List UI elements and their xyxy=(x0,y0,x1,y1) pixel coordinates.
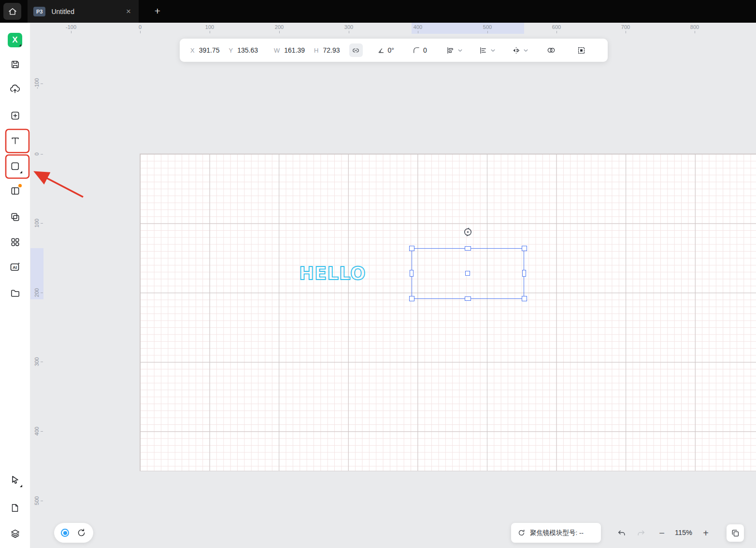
sidebar-item-shape-tool[interactable] xyxy=(7,158,23,174)
ruler-label: 400 xyxy=(407,24,428,30)
sidebar-item-cloud[interactable] xyxy=(7,81,23,97)
duplicate-button[interactable] xyxy=(727,524,744,542)
radius-value: 0 xyxy=(423,46,427,54)
ai-tool-icon: AI xyxy=(9,261,21,273)
zoom-in-button[interactable]: + xyxy=(699,526,713,540)
frame-select-button[interactable] xyxy=(575,43,588,57)
sidebar-item-panels[interactable] xyxy=(7,183,23,199)
shape-tool-icon xyxy=(10,161,21,172)
resize-handle-s[interactable] xyxy=(465,296,471,301)
x-position-field[interactable]: X 391.75 xyxy=(190,46,220,54)
new-tab-button[interactable]: + xyxy=(151,4,164,18)
resize-handle-w[interactable] xyxy=(410,270,414,277)
ruler-label: 300 xyxy=(34,357,40,366)
flip-icon xyxy=(512,46,521,55)
sidebar-item-logo[interactable]: X xyxy=(7,32,23,48)
corner-radius-field[interactable]: 0 xyxy=(412,46,427,55)
sidebar-item-notes[interactable] xyxy=(7,500,23,516)
ruler-label: 700 xyxy=(615,24,636,30)
ruler-label: 100 xyxy=(34,219,40,227)
redo-icon xyxy=(636,528,646,538)
topbar: P3 Untitled × + xyxy=(0,0,756,23)
sidebar-item-layers[interactable] xyxy=(7,525,23,542)
notification-dot xyxy=(18,184,22,187)
distribute-menu[interactable] xyxy=(446,46,463,55)
rotation-field[interactable]: 0° xyxy=(377,46,394,55)
sidebar-item-new[interactable] xyxy=(7,107,23,124)
add-square-icon xyxy=(10,110,21,121)
focus-module-status[interactable]: 聚焦镜模块型号: -- xyxy=(511,523,601,543)
h-label: H xyxy=(314,47,318,54)
resize-handle-sw[interactable] xyxy=(409,296,414,301)
home-button[interactable] xyxy=(3,3,21,20)
width-field[interactable]: W 161.39 xyxy=(274,46,305,54)
ruler-label: 200 xyxy=(269,24,290,30)
sidebar-item-select-tool[interactable] xyxy=(7,472,23,488)
resize-handle-nw[interactable] xyxy=(409,246,414,251)
resize-handle-se[interactable] xyxy=(522,296,527,301)
chevron-down-icon xyxy=(490,48,496,53)
ruler-label: 400 xyxy=(34,427,40,436)
laser-position-button[interactable] xyxy=(61,529,69,537)
flip-menu[interactable] xyxy=(512,46,528,55)
sidebar-item-ai[interactable]: AI xyxy=(7,259,23,275)
align-icon xyxy=(479,46,488,55)
ruler-label: -100 xyxy=(34,78,40,89)
canvas-text-object[interactable]: HELLO xyxy=(299,263,366,284)
tab-close-icon[interactable]: × xyxy=(124,7,133,16)
sidebar-item-boolean[interactable] xyxy=(7,209,23,225)
properties-toolbar: X 391.75 Y 135.63 W 161.39 H 72.93 0° xyxy=(180,39,608,62)
sidebar-item-files[interactable] xyxy=(7,285,23,301)
redo-button[interactable] xyxy=(634,526,648,540)
h-value: 72.93 xyxy=(323,46,340,54)
zoom-out-button[interactable]: − xyxy=(655,526,669,540)
vertical-ruler[interactable]: -100 0 100 200 300 400 500 xyxy=(30,34,43,548)
undo-button[interactable] xyxy=(615,526,628,540)
resize-handle-n[interactable] xyxy=(465,246,471,251)
sidebar-item-text-tool[interactable] xyxy=(7,132,23,149)
angle-icon xyxy=(377,46,385,55)
undo-icon xyxy=(617,528,627,538)
distribute-icon xyxy=(446,46,455,55)
home-icon xyxy=(8,7,17,16)
ruler-label: 200 xyxy=(34,288,40,297)
camera-control-pill xyxy=(54,523,93,543)
ruler-label: 0 xyxy=(129,24,151,30)
zoom-level[interactable]: 115% xyxy=(672,529,695,536)
layers-icon xyxy=(10,528,21,539)
align-menu[interactable] xyxy=(479,46,496,55)
tab-title: Untitled xyxy=(51,8,124,15)
app-logo-icon: X xyxy=(8,33,22,47)
w-label: W xyxy=(274,47,280,54)
sidebar-item-save[interactable] xyxy=(7,56,23,72)
horizontal-ruler[interactable]: -100 0 100 200 300 400 500 600 700 800 xyxy=(30,23,756,34)
angle-value: 0° xyxy=(388,46,394,54)
rotate-handle[interactable] xyxy=(463,227,472,237)
ruler-label: -100 xyxy=(60,24,82,30)
chevron-down-icon xyxy=(457,48,463,53)
center-anchor-handle[interactable] xyxy=(465,271,470,276)
y-position-field[interactable]: Y 135.63 xyxy=(229,46,258,54)
height-field[interactable]: H 72.93 xyxy=(314,46,340,54)
resize-handle-e[interactable] xyxy=(522,270,526,277)
camera-refresh-icon[interactable] xyxy=(76,528,86,538)
text-tool-icon xyxy=(10,135,21,146)
y-label: Y xyxy=(229,47,233,54)
ruler-label: 500 xyxy=(477,24,498,30)
resize-handle-ne[interactable] xyxy=(522,246,527,251)
cloud-upload-icon xyxy=(9,83,21,95)
apps-grid-icon xyxy=(10,237,21,248)
canvas-workarea[interactable] xyxy=(140,154,756,471)
sidebar-toolbar: X xyxy=(0,23,30,548)
weld-shapes-button[interactable] xyxy=(544,43,558,57)
save-icon xyxy=(10,59,21,70)
tab-untitled[interactable]: P3 Untitled × xyxy=(28,0,139,23)
corner-radius-icon xyxy=(412,46,421,55)
document-icon xyxy=(10,503,20,513)
chevron-down-icon xyxy=(523,48,528,53)
folder-icon xyxy=(10,288,21,299)
lock-aspect-ratio-button[interactable] xyxy=(349,43,363,57)
ruler-label: 300 xyxy=(338,24,359,30)
sidebar-item-apps[interactable] xyxy=(7,234,23,250)
ruler-label: 100 xyxy=(199,24,220,30)
